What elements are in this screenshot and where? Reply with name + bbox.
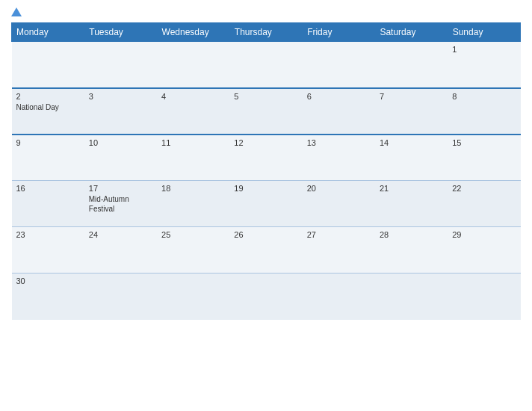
calendar-cell: 4 <box>157 88 229 135</box>
days-of-week-row: MondayTuesdayWednesdayThursdayFridaySatu… <box>12 23 521 42</box>
calendar-cell: 27 <box>303 227 375 274</box>
calendar-cell: 18 <box>157 181 229 227</box>
calendar-cell <box>229 274 302 320</box>
calendar-cell: 14 <box>375 135 448 181</box>
calendar-cell: 11 <box>157 135 229 181</box>
calendar-cell <box>375 42 448 88</box>
header <box>11 7 521 16</box>
calendar-cell <box>84 42 157 88</box>
calendar-cell <box>12 42 84 88</box>
day-header-wednesday: Wednesday <box>157 23 229 42</box>
day-number: 3 <box>89 92 152 101</box>
day-header-sunday: Sunday <box>448 23 520 42</box>
calendar-cell <box>157 42 229 88</box>
calendar-cell: 23 <box>12 227 84 274</box>
week-row-5: 23242526272829 <box>12 227 521 274</box>
calendar-cell: 17Mid-AutumnFestival <box>84 181 157 227</box>
calendar-cell: 24 <box>84 227 157 274</box>
calendar-cell: 12 <box>229 135 302 181</box>
calendar-cell: 21 <box>375 181 448 227</box>
calendar-cell: 8 <box>448 88 520 135</box>
calendar-cell: 13 <box>303 135 375 181</box>
day-number: 14 <box>380 138 443 147</box>
day-number: 18 <box>161 184 225 193</box>
calendar-cell: 26 <box>229 227 302 274</box>
day-number: 6 <box>307 92 371 101</box>
calendar-table: MondayTuesdayWednesdayThursdayFridaySatu… <box>11 22 521 320</box>
logo-blue-row <box>11 7 23 16</box>
week-row-2: 2National Day345678 <box>12 88 521 135</box>
calendar-event: Mid-Autumn <box>89 195 129 203</box>
calendar-cell: 29 <box>448 227 520 274</box>
day-number: 19 <box>234 184 297 193</box>
week-row-1: 1 <box>12 42 521 88</box>
day-header-tuesday: Tuesday <box>84 23 157 42</box>
calendar-page: MondayTuesdayWednesdayThursdayFridaySatu… <box>0 0 532 411</box>
calendar-cell <box>84 274 157 320</box>
calendar-event: National Day <box>16 103 59 111</box>
day-number: 10 <box>89 138 152 147</box>
calendar-cell: 30 <box>12 274 84 320</box>
day-number: 30 <box>16 276 80 285</box>
day-number: 21 <box>380 184 443 193</box>
calendar-header: MondayTuesdayWednesdayThursdayFridaySatu… <box>12 23 521 42</box>
day-number: 12 <box>234 138 297 147</box>
calendar-cell: 3 <box>84 88 157 135</box>
day-number: 11 <box>161 138 225 147</box>
week-row-6: 30 <box>12 274 521 320</box>
week-row-3: 9101112131415 <box>12 135 521 181</box>
day-number: 22 <box>452 184 516 193</box>
calendar-cell: 28 <box>375 227 448 274</box>
day-header-thursday: Thursday <box>229 23 302 42</box>
day-number: 8 <box>452 92 516 101</box>
calendar-cell: 10 <box>84 135 157 181</box>
calendar-cell <box>448 274 520 320</box>
day-number: 20 <box>307 184 371 193</box>
calendar-cell: 9 <box>12 135 84 181</box>
logo-triangle-icon <box>11 7 22 16</box>
calendar-cell: 15 <box>448 135 520 181</box>
day-number: 4 <box>161 92 225 101</box>
calendar-cell: 25 <box>157 227 229 274</box>
day-number: 26 <box>234 230 297 239</box>
logo <box>11 7 78 16</box>
day-number: 24 <box>89 230 152 239</box>
day-number: 29 <box>452 230 516 239</box>
calendar-cell: 16 <box>12 181 84 227</box>
day-number: 28 <box>380 230 443 239</box>
day-header-monday: Monday <box>12 23 84 42</box>
calendar-cell <box>303 274 375 320</box>
day-number: 1 <box>452 45 516 54</box>
day-number: 23 <box>16 230 80 239</box>
calendar-cell: 20 <box>303 181 375 227</box>
calendar-body: 12National Day34567891011121314151617Mid… <box>12 42 521 320</box>
day-number: 9 <box>16 138 80 147</box>
day-header-saturday: Saturday <box>375 23 448 42</box>
calendar-cell: 2National Day <box>12 88 84 135</box>
calendar-cell: 1 <box>448 42 520 88</box>
day-number: 15 <box>452 138 516 147</box>
calendar-cell: 19 <box>229 181 302 227</box>
calendar-cell <box>157 274 229 320</box>
week-row-4: 1617Mid-AutumnFestival1819202122 <box>12 181 521 227</box>
calendar-cell <box>375 274 448 320</box>
day-number: 27 <box>307 230 371 239</box>
calendar-cell: 22 <box>448 181 520 227</box>
day-number: 17 <box>89 184 152 193</box>
calendar-cell <box>303 42 375 88</box>
calendar-cell: 6 <box>303 88 375 135</box>
day-number: 13 <box>307 138 371 147</box>
calendar-cell: 7 <box>375 88 448 135</box>
calendar-cell <box>229 42 302 88</box>
day-number: 2 <box>16 92 80 101</box>
day-number: 7 <box>380 92 443 101</box>
day-number: 16 <box>16 184 80 193</box>
day-header-friday: Friday <box>303 23 375 42</box>
calendar-cell: 5 <box>229 88 302 135</box>
calendar-event: Festival <box>89 205 114 213</box>
day-number: 25 <box>161 230 225 239</box>
day-number: 5 <box>234 92 297 101</box>
